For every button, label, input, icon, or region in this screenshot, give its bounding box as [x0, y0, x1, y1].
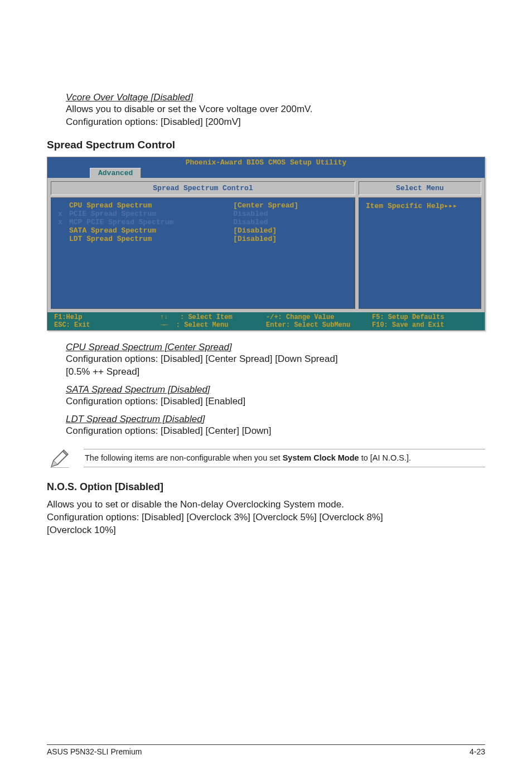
- note-text: The following items are non-configurable…: [84, 449, 485, 468]
- bios-help-panel: Item Specific Help▸▸▸: [359, 197, 481, 309]
- bios-row-pcie: x PCIE Spread Spectrum Disabled: [51, 210, 355, 218]
- vcore-title: Vcore Over Voltage [Disabled]: [66, 92, 485, 103]
- vcore-section: Vcore Over Voltage [Disabled] Allows you…: [66, 92, 485, 129]
- note-a: The following items are non-configurable…: [85, 453, 283, 462]
- cpu-spread-line2: [0.5% ++ Spread]: [66, 366, 485, 379]
- footer-col4: F5: Setup Defaults F10: Save and Exit: [372, 313, 478, 329]
- page-content: Vcore Over Voltage [Disabled] Allows you…: [0, 0, 532, 536]
- row-value: [Disabled]: [233, 226, 348, 235]
- sata-spread-line1: Configuration options: [Disabled] [Enabl…: [66, 395, 485, 408]
- bios-row-mcp-pcie: x MCP PCIE Spread Spectrum Disabled: [51, 218, 355, 226]
- row-prefix: [58, 201, 69, 210]
- nos-heading: N.O.S. Option [Disabled]: [47, 481, 485, 493]
- ldt-text-a: Configuration options: [Disabled] [Cente…: [66, 425, 242, 436]
- row-label: SATA Spread Spectrum: [69, 226, 233, 235]
- change-value: -/+: Change Value: [266, 313, 334, 321]
- row-label: LDT Spread Spectrum: [69, 235, 233, 243]
- sata-spread-title: SATA Spread Spectrum [Disabled]: [66, 384, 485, 395]
- page-footer: ASUS P5N32-SLI Premium 4-23: [47, 744, 485, 756]
- bios-title: Phoenix-Award BIOS CMOS Setup Utility: [47, 157, 485, 168]
- select-menu: →← : Select Menu: [160, 321, 228, 329]
- bios-tab-advanced[interactable]: Advanced: [90, 168, 141, 178]
- ldt-spread-title: LDT Spread Spectrum [Disabled]: [66, 414, 485, 425]
- ldt-spread-line1: Configuration options: [Disabled] [Cente…: [66, 425, 485, 438]
- row-label: CPU Spread Spectrum: [69, 201, 233, 210]
- bios-help-title: Select Menu: [359, 181, 481, 195]
- spread-heading: Spread Spectrum Control: [47, 139, 485, 151]
- note-block: The following items are non-configurable…: [47, 446, 485, 471]
- nos-line2-a: Configuration options: [Disabled] [Overc…: [47, 512, 253, 522]
- row-label: PCIE Spread Spectrum: [69, 210, 233, 218]
- bios-panel-title: Spread Spectrum Control: [51, 181, 355, 195]
- nos-line3: [Overclock 10%]: [47, 524, 485, 537]
- row-prefix: x: [58, 218, 69, 226]
- sata-spread-section: SATA Spread Spectrum [Disabled] Configur…: [66, 384, 485, 408]
- bios-body-row: CPU Spread Spectrum [Center Spread] x PC…: [51, 197, 481, 309]
- save-exit: F10: Save and Exit: [372, 321, 444, 329]
- esc-exit: ESC: Exit: [54, 321, 90, 329]
- ldt-text-b: [Down]: [242, 425, 272, 436]
- bios-mid: Spread Spectrum Control Select Menu CPU …: [47, 178, 485, 312]
- pencil-icon: [47, 446, 72, 471]
- vcore-line2: Configuration options: [Disabled] [200mV…: [66, 116, 485, 129]
- note-bold: System Clock Mode: [283, 453, 359, 462]
- row-value: Disabled: [233, 210, 348, 218]
- row-prefix: x: [58, 210, 69, 218]
- row-label: MCP PCIE Spread Spectrum: [69, 218, 233, 226]
- bios-row-sata[interactable]: SATA Spread Spectrum [Disabled]: [51, 226, 355, 235]
- row-value: [Disabled]: [233, 235, 348, 243]
- select-item: ↑↓ : Select Item: [160, 313, 233, 321]
- bios-tabbar: Advanced: [47, 168, 485, 178]
- footer-col2: ↑↓ : Select Item →← : Select Menu: [160, 313, 266, 329]
- bios-row-cpu[interactable]: CPU Spread Spectrum [Center Spread]: [51, 201, 355, 210]
- cpu-spread-line1: Configuration options: [Disabled] [Cente…: [66, 353, 485, 366]
- bios-row-ldt[interactable]: LDT Spread Spectrum [Disabled]: [51, 235, 355, 243]
- note-b: to [AI N.O.S.].: [359, 453, 411, 462]
- footer-col3: -/+: Change Value Enter: Select SubMenu: [266, 313, 372, 329]
- vcore-line1: Allows you to disable or set the Vcore v…: [66, 103, 485, 116]
- setup-defaults: F5: Setup Defaults: [372, 313, 444, 321]
- cpu-spread-section: CPU Spread Spectrum [Center Spread] Conf…: [66, 342, 485, 379]
- row-prefix: [58, 235, 69, 243]
- nos-line2: Configuration options: [Disabled] [Overc…: [47, 511, 485, 524]
- cpu-spread-title: CPU Spread Spectrum [Center Spread]: [66, 342, 485, 353]
- footer-left: ASUS P5N32-SLI Premium: [47, 747, 142, 756]
- row-prefix: [58, 226, 69, 235]
- bios-help-text: Item Specific Help▸▸▸: [366, 202, 457, 210]
- nos-line1: Allows you to set or disable the Non-del…: [47, 499, 485, 511]
- bios-header-row: Spread Spectrum Control Select Menu: [51, 181, 481, 195]
- select-submenu: Enter: Select SubMenu: [266, 321, 350, 329]
- footer-right: 4-23: [470, 747, 485, 756]
- bios-window: Phoenix-Award BIOS CMOS Setup Utility Ad…: [47, 157, 485, 331]
- footer-col1: F1:Help ESC: Exit: [54, 313, 160, 329]
- row-value: [Center Spread]: [233, 201, 348, 210]
- row-value: Disabled: [233, 218, 348, 226]
- bios-settings-panel: CPU Spread Spectrum [Center Spread] x PC…: [51, 197, 355, 309]
- f1-help: F1:Help: [54, 313, 82, 321]
- nos-line2-b: [Overclock 5%] [Overclock 8%]: [253, 512, 383, 522]
- bios-footer: F1:Help ESC: Exit ↑↓ : Select Item →← : …: [47, 312, 485, 330]
- ldt-spread-section: LDT Spread Spectrum [Disabled] Configura…: [66, 414, 485, 438]
